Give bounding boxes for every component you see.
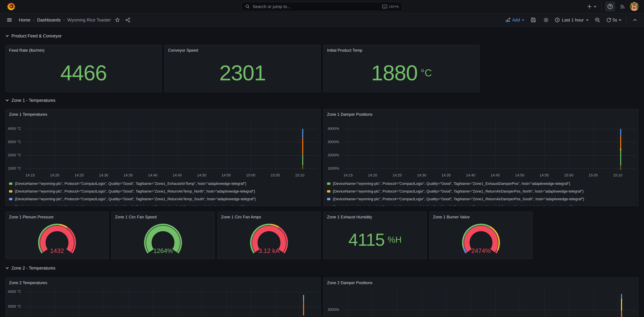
new-button[interactable] [586,3,598,10]
series-spike [620,129,621,136]
legend-marker-icon [327,206,330,206]
panel-title[interactable]: Zone 1 Plenum Pressure [6,212,108,222]
legend-item[interactable]: {DeviceName="wyoming-plc", Protocol="Com… [9,203,318,206]
search-shortcut: ctrl+k [382,4,399,9]
x-tick-label: 14:15 [344,173,353,178]
collapse-topbar-button[interactable] [631,16,639,24]
row-chevron-icon [5,98,9,102]
gridline-x [226,120,226,172]
clock-icon [555,18,560,22]
zoom-out-time-button[interactable] [594,16,602,24]
row-title: Zone 2 - Temperatures [12,266,56,271]
x-tick-label: 14:50 [197,173,206,178]
favorite-star-button[interactable] [114,16,121,24]
share-button[interactable] [124,16,132,24]
gridline-x [152,288,153,317]
series-spike [302,155,303,165]
panel-title[interactable]: Zone 1 Burner Valve [430,212,532,222]
panel-zone2-damper-positions: Zone 2 Damper Positions 3000%2000%14:151… [323,278,639,317]
user-avatar[interactable] [630,2,639,11]
legend-item[interactable]: {DeviceName="wyoming-plc", Protocol="Com… [327,195,636,203]
stat-value: 2301 [219,62,266,84]
dashboard-settings-button[interactable] [542,16,550,24]
row-title: Zone 1 - Temperatures [12,98,56,103]
nav-divider [602,3,602,10]
menu-toggle-button[interactable] [5,16,14,24]
gridline-x [275,288,276,317]
y-tick-label: 4000% [324,126,339,131]
gridline-x [104,288,104,317]
save-dashboard-button[interactable] [529,16,537,24]
series-spike [303,303,304,316]
gridline-x [30,120,30,172]
gridline-x [128,120,128,172]
x-tick-label: 14:20 [368,173,377,178]
series-spike [302,138,303,155]
gridline-x [422,288,422,317]
panel-title[interactable]: Initial Product Temp [324,45,479,55]
dashboard-toolbar: Home › Dashboards › Wyoming Rice Toaster [0,14,644,27]
gridline-x [202,120,202,172]
grafana-logo[interactable] [5,1,17,12]
help-button[interactable] [605,2,615,12]
top-nav: ctrl+k [0,0,644,14]
legend-item[interactable]: {DeviceName="wyoming-plc", Protocol="Com… [9,180,318,188]
gridline-x [569,120,569,172]
gridline-y [343,310,636,310]
gauge: 2474% [430,222,532,257]
panel-title[interactable]: Conveyor Speed [165,45,320,55]
news-rss-button[interactable] [618,2,626,10]
series-spike [620,148,621,150]
panel-title-text: Zone 1 Plenum Pressure [9,215,54,220]
legend-item[interactable]: {DeviceName="wyoming-plc", Protocol="Com… [9,188,318,195]
legend-item[interactable]: {DeviceName="wyoming-plc", Protocol="Com… [9,195,318,203]
series-spike [621,298,622,311]
timeseries-chart: 4000 °C3000 °C2000 °C1000 °C14:1514:2014… [6,278,320,317]
stat-body: 2301 [165,55,320,90]
row-header-zone1-temperatures[interactable]: Zone 1 - Temperatures [5,96,639,105]
y-tick-label: 4000 °C [6,126,21,131]
legend-item[interactable]: {DeviceName="wyoming-plc", Protocol="Com… [327,203,636,206]
x-tick-label: 14:45 [490,173,500,178]
chevron-down-icon [593,5,597,8]
legend-label: {DeviceName="wyoming-plc", Protocol="Com… [333,182,570,186]
panel-title[interactable]: Zone 1 Exhaust Humidity [324,212,426,222]
gridline-x [300,120,300,172]
panel-title[interactable]: Zone 1 Circ Fan Speed [112,212,214,222]
x-tick-label: 14:15 [26,173,35,178]
legend-item[interactable]: {DeviceName="wyoming-plc", Protocol="Com… [327,180,636,188]
grafana-dashboard: ctrl+k [0,0,644,317]
breadcrumb: Home › Dashboards › Wyoming Rice Toaster [19,18,111,23]
chart-legend: {DeviceName="wyoming-plc", Protocol="Com… [9,180,318,206]
panel-title-text: Zone 1 Circ Fan Amps [221,215,261,220]
series-spike [303,295,304,302]
breadcrumb-dashboards[interactable]: Dashboards [37,18,60,23]
gridline-x [55,288,55,317]
legend-marker-icon [327,182,330,185]
global-search[interactable]: ctrl+k [242,2,402,11]
legend-label: {DeviceName="wyoming-plc", Protocol="Com… [15,189,255,194]
stat-value: 4115 [348,231,384,248]
search-shortcut-label: ctrl+k [389,4,399,9]
panel-title[interactable]: Feed Rate (lbs/min) [6,45,161,55]
search-input[interactable] [252,4,379,9]
gauge-value: 2474% [471,247,491,254]
y-tick-label: 1000% [324,166,339,170]
row-header-product-feed-conveyor[interactable]: Product Feed & Conveyor [5,32,639,40]
stat-unit: °C [420,68,432,78]
refresh-picker[interactable]: 5s [606,18,622,23]
panel-title-text: Zone 1 Circ Fan Speed [115,215,157,220]
legend-item[interactable]: {DeviceName="wyoming-plc", Protocol="Com… [327,188,636,195]
chevron-down-icon [618,18,622,22]
dashboard-canvas: Product Feed & Conveyor Feed Rate (lbs/m… [0,32,644,317]
add-panel-button[interactable]: Add [506,18,524,23]
series-spike [302,129,303,138]
panel-title[interactable]: Zone 1 Circ Fan Amps [218,212,320,222]
breadcrumb-home[interactable]: Home [19,18,30,23]
time-range-picker[interactable]: Last 1 hour [555,18,589,23]
legend-marker-icon [9,206,12,206]
row-header-zone2-temperatures[interactable]: Zone 2 - Temperatures [5,264,639,272]
panel-zone2-temperatures: Zone 2 Temperatures 4000 °C3000 °C2000 °… [5,278,321,317]
gridline-x [104,120,104,172]
gridline-y [25,168,318,169]
